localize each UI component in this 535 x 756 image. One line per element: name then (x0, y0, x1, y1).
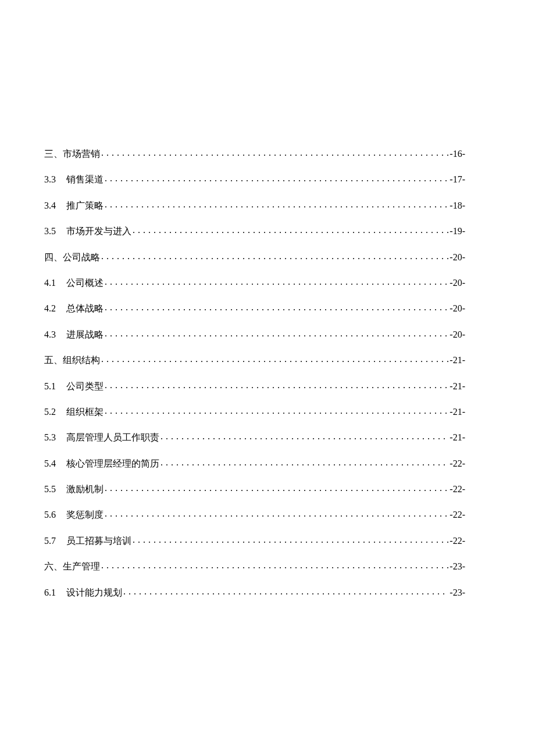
toc-page: -20- (450, 252, 465, 263)
toc-entry: 5.6 奖惩制度 -22- (44, 508, 465, 534)
toc-title: 设计能力规划 (66, 587, 122, 599)
toc-entry: 5.5 激励机制 -22- (44, 483, 465, 508)
toc-page: -16- (450, 149, 465, 159)
toc-number: 4.3 (44, 329, 56, 340)
toc-title: 进展战略 (66, 329, 104, 341)
toc-title: 公司战略 (63, 252, 100, 264)
toc-page: -23- (450, 561, 465, 572)
toc-title: 奖惩制度 (66, 509, 104, 521)
toc-page: -22- (450, 510, 465, 520)
toc-dots (101, 560, 448, 569)
toc-container: 三、 市场营销 -16- 3.3 销售渠道 -17- 3.4 推广策略 -18-… (44, 148, 465, 612)
toc-title: 组织结构 (63, 354, 100, 367)
toc-number: 4.1 (44, 278, 56, 288)
toc-dots (160, 431, 448, 440)
toc-dots (105, 199, 448, 209)
toc-number: 3.5 (44, 226, 56, 237)
toc-title: 总体战略 (66, 303, 104, 315)
toc-dots (105, 380, 448, 389)
toc-number: 5.6 (44, 510, 56, 520)
toc-entry: 3.3 销售渠道 -17- (44, 173, 465, 199)
toc-page: -20- (450, 303, 465, 314)
toc-number: 5.5 (44, 484, 56, 495)
toc-number: 5.1 (44, 381, 56, 392)
toc-dots (105, 483, 448, 492)
toc-entry: 5.2 组织框架 -21- (44, 406, 465, 431)
toc-dots (105, 173, 448, 182)
toc-page: -21- (450, 381, 465, 392)
toc-page: -21- (450, 432, 465, 443)
toc-page: -22- (450, 536, 465, 546)
toc-number: 5.3 (44, 432, 56, 443)
toc-page: -18- (450, 200, 465, 211)
toc-title: 市场开发与进入 (66, 225, 131, 238)
toc-dots (101, 148, 448, 157)
toc-dots (105, 302, 448, 311)
toc-number: 6.1 (44, 587, 56, 598)
toc-entry: 4.3 进展战略 -20- (44, 328, 465, 354)
toc-dots (105, 277, 448, 286)
toc-entry: 3.5 市场开发与进入 -19- (44, 225, 465, 250)
toc-title: 公司类型 (66, 381, 104, 393)
toc-entry: 4.2 总体战略 -20- (44, 302, 465, 328)
toc-dots (101, 251, 448, 260)
toc-page: -21- (450, 407, 465, 417)
toc-title: 核心管理层经理的简历 (66, 458, 159, 470)
toc-page: -21- (450, 355, 465, 366)
toc-number: 六、 (44, 561, 63, 573)
toc-entry: 5.3 高层管理人员工作职责 -21- (44, 431, 465, 457)
toc-dots (105, 406, 448, 415)
toc-entry: 三、 市场营销 -16- (44, 148, 465, 173)
toc-page: -22- (450, 484, 465, 495)
toc-number: 4.2 (44, 303, 56, 314)
toc-dots (123, 586, 448, 596)
toc-number: 五、 (44, 354, 63, 367)
toc-entry: 4.1 公司概述 -20- (44, 277, 465, 302)
toc-number: 5.4 (44, 458, 56, 469)
toc-title: 生产管理 (63, 561, 100, 573)
toc-title: 高层管理人员工作职责 (66, 432, 159, 444)
toc-page: -20- (450, 329, 465, 340)
toc-title: 公司概述 (66, 277, 104, 289)
toc-title: 激励机制 (66, 483, 104, 496)
toc-dots (160, 457, 448, 467)
toc-page: -17- (450, 174, 465, 185)
toc-page: -23- (450, 587, 465, 598)
toc-dots (101, 354, 448, 363)
toc-page: -22- (450, 458, 465, 469)
toc-entry: 5.4 核心管理层经理的简历 -22- (44, 457, 465, 483)
toc-dots (133, 535, 448, 544)
toc-title: 销售渠道 (66, 174, 104, 186)
toc-page: -20- (450, 278, 465, 288)
toc-number: 5.2 (44, 407, 56, 417)
toc-entry: 3.4 推广策略 -18- (44, 199, 465, 225)
toc-number: 三、 (44, 148, 63, 160)
toc-title: 组织框架 (66, 406, 104, 418)
toc-dots (105, 508, 448, 518)
toc-number: 3.4 (44, 200, 56, 211)
toc-title: 员工招募与培训 (66, 535, 131, 547)
toc-entry: 五、 组织结构 -21- (44, 354, 465, 379)
toc-number: 四、 (44, 252, 63, 264)
toc-title: 推广策略 (66, 200, 104, 212)
toc-entry: 四、 公司战略 -20- (44, 251, 465, 277)
toc-entry: 六、 生产管理 -23- (44, 560, 465, 586)
toc-number: 5.7 (44, 536, 56, 546)
toc-dots (105, 328, 448, 338)
toc-number: 3.3 (44, 174, 56, 185)
toc-entry: 5.1 公司类型 -21- (44, 380, 465, 406)
toc-dots (133, 225, 448, 234)
toc-entry: 6.1 设计能力规划 -23- (44, 586, 465, 612)
toc-page: -19- (450, 226, 465, 237)
toc-title: 市场营销 (63, 148, 100, 160)
toc-entry: 5.7 员工招募与培训 -22- (44, 535, 465, 560)
